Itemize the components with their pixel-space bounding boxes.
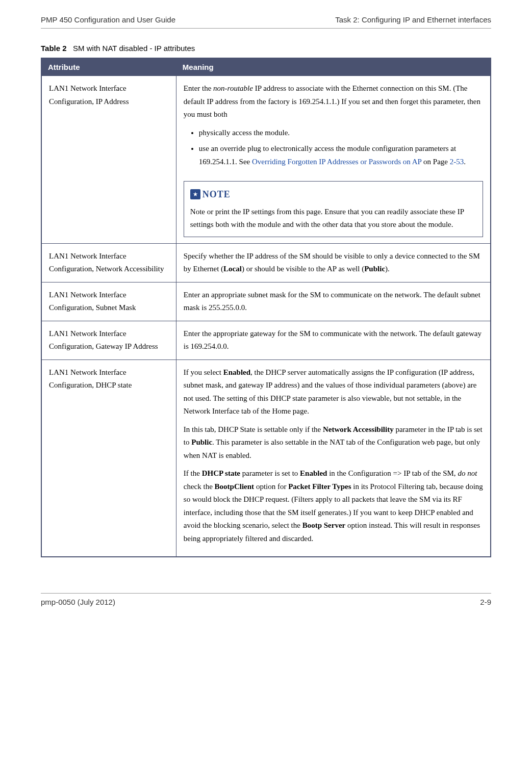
link-overriding[interactable]: Overriding Forgotten IP Addresses or Pas…	[252, 158, 421, 166]
list-item: physically access the module.	[199, 126, 483, 140]
page-header: PMP 450 Configuration and User Guide Tas…	[41, 15, 491, 29]
note-body: Note or print the IP settings from this …	[190, 205, 476, 232]
col-attribute: Attribute	[41, 58, 176, 76]
col-meaning: Meaning	[176, 58, 491, 76]
info-icon	[190, 189, 200, 199]
meaning-cell: Enter the appropriate gateway for the SM…	[176, 321, 491, 359]
attr-cell: LAN1 Network Interface Configuration, DH…	[41, 359, 176, 557]
meaning-cell: If you select Enabled, the DHCP server a…	[176, 359, 491, 557]
footer-left: pmp-0050 (July 2012)	[41, 598, 115, 606]
table-number: Table 2	[41, 44, 67, 53]
list-item: use an override plug to electronically a…	[199, 142, 483, 168]
meaning-cell: Enter an appropriate subnet mask for the…	[176, 282, 491, 321]
attributes-table: Attribute Meaning LAN1 Network Interface…	[41, 58, 491, 557]
header-left: PMP 450 Configuration and User Guide	[41, 15, 175, 24]
attr-cell: LAN1 Network Interface Configuration, Su…	[41, 282, 176, 321]
meaning-cell: Enter the non-routable IP address to ass…	[176, 76, 491, 244]
attr-cell: LAN1 Network Interface Configuration, Ga…	[41, 321, 176, 359]
attr-cell: LAN1 Network Interface Configuration, Ne…	[41, 243, 176, 282]
table-row: LAN1 Network Interface Configuration, DH…	[41, 359, 491, 557]
link-pageref[interactable]: 2-53	[450, 158, 464, 166]
table-row: LAN1 Network Interface Configuration, Su…	[41, 282, 491, 321]
table-caption: Table 2 SM with NAT disabled - IP attrib…	[41, 44, 491, 53]
table-row: LAN1 Network Interface Configuration, IP…	[41, 76, 491, 244]
bullet-list: physically access the module. use an ove…	[199, 126, 483, 169]
note-box: NOTE Note or print the IP settings from …	[184, 181, 483, 237]
meaning-cell: Specify whether the IP address of the SM…	[176, 243, 491, 282]
footer-right: 2-9	[480, 598, 491, 606]
table-row: LAN1 Network Interface Configuration, Ne…	[41, 243, 491, 282]
page-footer: pmp-0050 (July 2012) 2-9	[41, 593, 491, 606]
table-row: LAN1 Network Interface Configuration, Ga…	[41, 321, 491, 359]
table-title: SM with NAT disabled - IP attributes	[73, 44, 195, 53]
note-label: NOTE	[202, 187, 231, 202]
header-right: Task 2: Configuring IP and Ethernet inte…	[335, 15, 491, 24]
attr-cell: LAN1 Network Interface Configuration, IP…	[41, 76, 176, 244]
